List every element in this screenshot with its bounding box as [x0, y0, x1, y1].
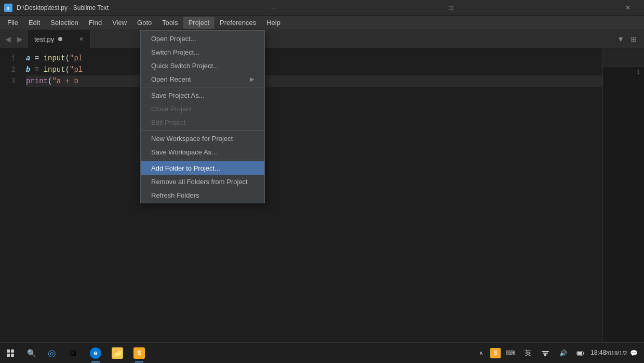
tray-sublime-small[interactable]: S — [490, 348, 501, 358]
menu-help[interactable]: Help — [261, 17, 286, 29]
menu-edit-project: Edit Project — [141, 115, 264, 129]
menu-edit[interactable]: Edit — [23, 17, 45, 29]
tab-test-py[interactable]: test.py ✕ — [28, 30, 90, 48]
taskbar-cortana-button[interactable]: ◎ — [42, 343, 62, 363]
editor-area[interactable]: 1 2 3 a = input ( "pl b = input ( "pl pr… — [0, 48, 602, 350]
tab-close-button[interactable]: ✕ — [79, 36, 84, 43]
windows-taskbar: 🔍 ◎ ⧉ e 📁 S ∧ S ⌨ 英 🔊 — [0, 342, 644, 363]
code-paren-3: ( — [48, 75, 52, 87]
line-number-1: 1 — [0, 53, 16, 64]
tray-keyboard-icon[interactable]: ⌨ — [502, 343, 518, 363]
menu-save-project-as-label: Save Project As... — [151, 92, 205, 99]
tray-network-icon[interactable] — [537, 343, 554, 363]
start-button[interactable] — [0, 343, 21, 364]
menu-goto[interactable]: Goto — [132, 17, 157, 29]
menu-project[interactable]: Project — [183, 17, 214, 29]
menu-find[interactable]: Find — [84, 17, 107, 29]
menu-add-folder-label: Add Folder to Project... — [151, 164, 220, 172]
menu-refresh-folders-label: Refresh Folders — [151, 191, 199, 199]
close-button[interactable]: ✕ — [616, 0, 640, 16]
tray-lang-icon[interactable]: 英 — [519, 343, 536, 363]
menu-save-workspace-as[interactable]: Save Workspace As... — [141, 145, 264, 159]
menu-bar: File Edit Selection Find View Goto Tools… — [0, 16, 644, 30]
menu-open-project[interactable]: Open Project... — [141, 32, 264, 45]
menu-close-project: Close Project — [141, 102, 264, 115]
maximize-button[interactable]: □ — [439, 0, 463, 16]
svg-rect-3 — [543, 353, 548, 354]
menu-open-recent[interactable]: Open Recent ▶ — [141, 72, 264, 86]
tab-bar-right: ▼ ⊞ — [614, 30, 644, 48]
separator-1 — [141, 87, 264, 87]
search-icon: 🔍 — [25, 347, 37, 359]
project-dropdown-menu: Open Project... Switch Project... Quick … — [140, 30, 265, 203]
edge-icon: e — [90, 347, 101, 359]
system-tray: ∧ S ⌨ 英 🔊 18:48 2019/1/2 💬 — [471, 343, 644, 363]
menu-add-folder[interactable]: Add Folder to Project... — [141, 161, 264, 175]
line-number-2: 2 — [0, 64, 16, 75]
menu-file[interactable]: File — [2, 17, 23, 29]
tray-volume-icon[interactable]: 🔊 — [555, 343, 571, 363]
code-op-2: = — [30, 64, 43, 75]
taskbar-edge-app[interactable]: e — [85, 343, 106, 363]
tray-notification-icon[interactable]: 💬 — [625, 343, 642, 363]
line-numbers: 1 2 3 — [0, 48, 22, 350]
menu-open-project-label: Open Project... — [151, 35, 196, 43]
menu-close-project-label: Close Project — [151, 105, 191, 113]
nav-left-arrow[interactable]: ◀ — [3, 34, 13, 44]
line-number-3: 3 — [0, 75, 16, 87]
menu-open-recent-label: Open Recent — [151, 75, 191, 83]
taskbar-explorer-app[interactable]: 📁 — [107, 343, 128, 363]
clock-date: 2019/1/2 — [605, 350, 627, 356]
menu-view[interactable]: View — [107, 17, 132, 29]
tab-label: test.py — [34, 35, 54, 43]
tray-date[interactable]: 2019/1/2 — [608, 343, 624, 363]
nav-right-arrow[interactable]: ▶ — [15, 34, 25, 44]
code-op-1: = — [30, 53, 43, 64]
code-fn-print: print — [26, 75, 48, 87]
tab-bar: ◀ ▶ test.py ✕ ▼ ⊞ — [0, 30, 644, 48]
taskbar-search-button[interactable]: 🔍 — [21, 343, 42, 363]
tab-bar-menu-button[interactable]: ▼ — [614, 33, 627, 45]
code-paren-2: ( — [65, 64, 70, 75]
mini-map-header — [603, 48, 644, 67]
menu-remove-folders[interactable]: Remove all Folders from Project — [141, 175, 264, 188]
title-bar-left: S D:\Desktop\test.py - Sublime Text — [4, 4, 109, 12]
menu-save-project-as[interactable]: Save Project As... — [141, 88, 264, 102]
code-paren-1: ( — [65, 53, 70, 64]
menu-switch-project-label: Switch Project... — [151, 48, 199, 56]
code-fn-input-2: input — [44, 64, 65, 75]
menu-quick-switch-project[interactable]: Quick Switch Project... — [141, 59, 264, 72]
sublime-icon: S — [133, 347, 145, 359]
svg-rect-4 — [542, 351, 549, 352]
code-line-1: a = input ( "pl — [26, 53, 602, 64]
tray-time[interactable]: 18:48 — [590, 343, 607, 363]
tray-chevron[interactable]: ∧ — [473, 343, 489, 363]
tray-battery-icon[interactable] — [572, 343, 589, 363]
menu-new-workspace-label: New Workspace for Project — [151, 135, 233, 142]
menu-switch-project[interactable]: Switch Project... — [141, 45, 264, 59]
minimize-button[interactable]: ─ — [262, 0, 286, 16]
taskbar-sublime-app[interactable]: S — [129, 343, 150, 363]
tab-bar-split-button[interactable]: ⊞ — [627, 33, 640, 45]
code-str-1: "pl — [70, 53, 83, 64]
menu-edit-project-label: Edit Project — [151, 119, 185, 126]
code-editor[interactable]: a = input ( "pl b = input ( "pl print ( … — [22, 48, 602, 350]
menu-new-workspace[interactable]: New Workspace for Project — [141, 132, 264, 145]
code-line-2: b = input ( "pl — [26, 64, 602, 75]
taskbar-apps: e 📁 S — [83, 343, 152, 363]
taskbar-taskview-button[interactable]: ⧉ — [62, 343, 83, 363]
code-str-2: "pl — [70, 64, 83, 75]
menu-preferences[interactable]: Preferences — [214, 17, 261, 29]
start-icon — [7, 349, 14, 357]
mini-map[interactable]: 1 — [602, 48, 644, 350]
svg-rect-7 — [578, 352, 582, 355]
explorer-icon: 📁 — [112, 347, 123, 359]
svg-text:S: S — [7, 6, 10, 11]
menu-selection[interactable]: Selection — [45, 17, 83, 29]
separator-2 — [141, 130, 264, 131]
menu-refresh-folders[interactable]: Refresh Folders — [141, 188, 264, 202]
menu-tools[interactable]: Tools — [157, 17, 183, 29]
svg-rect-6 — [583, 353, 584, 354]
window-title: D:\Desktop\test.py - Sublime Text — [17, 4, 109, 11]
tab-nav-arrows: ◀ ▶ — [0, 30, 28, 48]
